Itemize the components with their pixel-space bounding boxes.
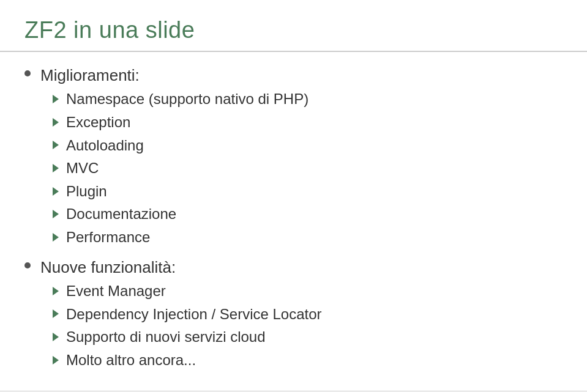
sub-list-item: Autoloading xyxy=(40,135,308,156)
sub-list-nuove: Event ManagerDependency Injection / Serv… xyxy=(40,281,322,370)
sub-list-item: Dependency Injection / Service Locator xyxy=(40,304,322,325)
sub-list-item: Exception xyxy=(40,112,308,133)
slide-title: ZF2 in una slide xyxy=(24,17,563,43)
sub-item-label: Supporto di nuovi servizi cloud xyxy=(66,327,266,347)
slide-container: ZF2 in una slide Miglioramenti:Namespace… xyxy=(0,0,587,392)
arrow-bullet-icon xyxy=(53,95,59,103)
sub-list-item: Supporto di nuovi servizi cloud xyxy=(40,327,322,347)
arrow-bullet-icon xyxy=(53,356,59,364)
sub-item-label: Event Manager xyxy=(66,281,166,301)
sub-item-label: Documentazione xyxy=(66,204,176,224)
sub-list-item: MVC xyxy=(40,158,308,179)
sub-item-label: Exception xyxy=(66,112,130,133)
sub-list-item: Event Manager xyxy=(40,281,322,301)
arrow-bullet-icon xyxy=(53,118,59,127)
sub-item-label: Molto altro ancora... xyxy=(66,350,196,371)
main-item-label-miglioramenti: Miglioramenti: xyxy=(40,64,308,86)
sub-item-label: Plugin xyxy=(66,181,107,202)
arrow-bullet-icon xyxy=(53,287,59,295)
main-item-label-nuove: Nuove funzionalità: xyxy=(40,256,322,278)
bullet-dot-miglioramenti xyxy=(24,70,31,76)
sub-list-item: Documentazione xyxy=(40,204,308,224)
sub-item-label: Autoloading xyxy=(66,135,144,156)
sub-list-item: Performance xyxy=(40,227,308,248)
bullet-dot-nuove xyxy=(24,262,31,268)
item-wrapper-nuove: Nuove funzionalità:Event ManagerDependen… xyxy=(40,256,322,373)
sub-item-label: MVC xyxy=(66,158,99,179)
slide-header: ZF2 in una slide xyxy=(0,0,587,52)
sub-item-label: Performance xyxy=(66,227,150,248)
main-list-item-nuove: Nuove funzionalità:Event ManagerDependen… xyxy=(24,256,563,373)
arrow-bullet-icon xyxy=(53,333,59,341)
arrow-bullet-icon xyxy=(53,164,59,172)
sub-list-item: Plugin xyxy=(40,181,308,202)
sub-list-miglioramenti: Namespace (supporto nativo di PHP)Except… xyxy=(40,89,308,247)
main-list: Miglioramenti:Namespace (supporto nativo… xyxy=(24,64,563,372)
arrow-bullet-icon xyxy=(53,309,59,318)
sub-list-item: Namespace (supporto nativo di PHP) xyxy=(40,89,308,109)
sub-item-label: Namespace (supporto nativo di PHP) xyxy=(66,89,308,109)
arrow-bullet-icon xyxy=(53,233,59,242)
sub-item-label: Dependency Injection / Service Locator xyxy=(66,304,322,325)
item-wrapper-miglioramenti: Miglioramenti:Namespace (supporto nativo… xyxy=(40,64,308,250)
main-list-item-miglioramenti: Miglioramenti:Namespace (supporto nativo… xyxy=(24,64,563,250)
arrow-bullet-icon xyxy=(53,141,59,149)
slide-content: Miglioramenti:Namespace (supporto nativo… xyxy=(0,58,587,391)
arrow-bullet-icon xyxy=(53,187,59,196)
arrow-bullet-icon xyxy=(53,210,59,218)
sub-list-item: Molto altro ancora... xyxy=(40,350,322,371)
